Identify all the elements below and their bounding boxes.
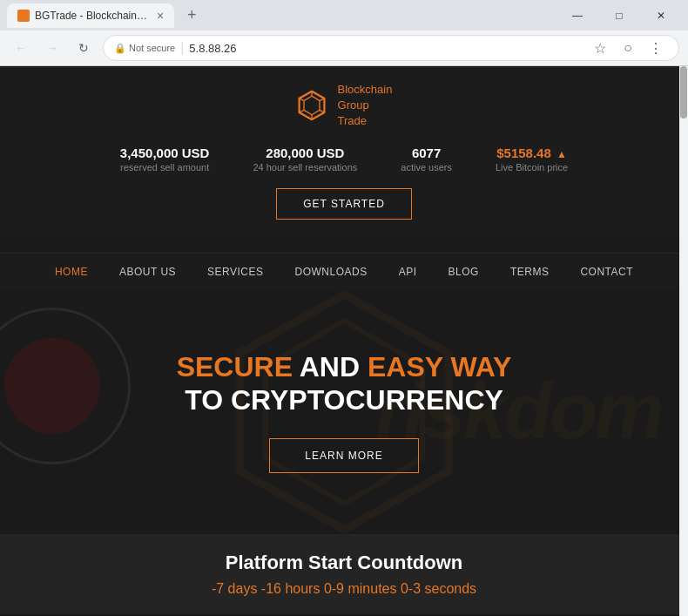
watermark-inner-circle — [4, 338, 100, 434]
back-button[interactable]: ← — [9, 36, 33, 60]
hero-and-text: AND — [300, 351, 368, 382]
stat-bitcoin-price: $5158.48 ▲ Live Bitcoin price — [496, 146, 568, 173]
window-controls: — □ ✕ — [557, 0, 681, 30]
countdown-text: -7 days -16 hours 0-9 minutes 0-3 second… — [35, 581, 653, 597]
browser-tab[interactable]: BGTrade - Blockchain Group Tra... × — [7, 3, 174, 28]
stat-value-reserved: 3,450,000 USD — [120, 146, 210, 160]
account-icon[interactable]: ○ — [616, 36, 640, 60]
stat-label-reserved: reserved sell amount — [120, 162, 210, 173]
logo-line3: Trade — [338, 114, 367, 127]
nav-item-about[interactable]: ABOUT US — [104, 254, 192, 290]
address-input[interactable]: 🔒 Not secure | 5.8.88.26 ☆ ○ ⋮ — [103, 35, 679, 61]
address-divider: | — [180, 40, 184, 56]
stat-label-users: active users — [401, 162, 452, 173]
tab-label: BGTrade - Blockchain Group Tra... — [35, 10, 148, 22]
security-indicator: 🔒 Not secure — [114, 43, 175, 54]
logo-line1: Blockchain — [338, 83, 393, 96]
hero-title: SECURE AND EASY WAY TO CRYPTOCURRENCY — [177, 350, 512, 417]
browser-chrome: BGTrade - Blockchain Group Tra... × + — … — [0, 0, 688, 66]
tab-favicon — [17, 10, 30, 22]
stat-value-users: 6077 — [401, 146, 452, 160]
browser-menu-icon[interactable]: ⋮ — [644, 36, 668, 60]
nav-item-home[interactable]: HOME — [39, 254, 104, 290]
forward-button[interactable]: → — [40, 36, 64, 60]
logo-text: Blockchain Group Trade — [338, 82, 393, 130]
lock-icon: 🔒 — [114, 43, 126, 54]
countdown-section: Platform Start Countdown -7 days -16 hou… — [0, 534, 688, 614]
site-header: Blockchain Group Trade 3,450,000 USD res… — [0, 66, 688, 237]
stat-label-bitcoin: Live Bitcoin price — [496, 162, 568, 173]
hero-secure-text: SECURE — [177, 351, 293, 382]
stat-24hr-sell: 280,000 USD 24 hour sell reservations — [253, 146, 357, 173]
close-window-button[interactable]: ✕ — [641, 0, 681, 30]
refresh-button[interactable]: ↻ — [71, 36, 96, 60]
new-tab-button[interactable]: + — [179, 3, 204, 28]
stat-value-bitcoin: $5158.48 ▲ — [496, 146, 568, 160]
minimize-button[interactable]: — — [557, 0, 597, 30]
nav-item-contact[interactable]: CONTACT — [564, 254, 649, 290]
title-bar: BGTrade - Blockchain Group Tra... × + — … — [0, 0, 688, 30]
scrollbar[interactable] — [679, 66, 688, 616]
get-started-button[interactable]: GET STARTED — [276, 188, 412, 220]
tab-close-button[interactable]: × — [157, 9, 164, 23]
nav-item-terms[interactable]: TERMS — [495, 254, 565, 290]
url-display: 5.8.88.26 — [189, 42, 236, 55]
stat-reserved-sell: 3,450,000 USD reserved sell amount — [120, 146, 210, 173]
nav-item-services[interactable]: SERVICES — [192, 254, 279, 290]
bookmark-icon[interactable]: ☆ — [588, 36, 612, 60]
hero-easy-way-text: EASY WAY — [368, 351, 511, 382]
svg-marker-1 — [304, 96, 320, 115]
address-bar: ← → ↻ 🔒 Not secure | 5.8.88.26 ☆ ○ ⋮ — [0, 30, 688, 65]
nav-item-downloads[interactable]: DOWNLOADS — [280, 254, 383, 290]
learn-more-button[interactable]: LEARN MORE — [269, 438, 418, 473]
logo-icon — [296, 90, 327, 121]
bitcoin-up-arrow: ▲ — [556, 148, 567, 160]
stat-active-users: 6077 active users — [401, 146, 452, 173]
hero-line2: TO CRYPTOCURRENCY — [185, 384, 503, 416]
site-content: Blockchain Group Trade 3,450,000 USD res… — [0, 66, 688, 616]
logo-area: Blockchain Group Trade — [35, 82, 653, 130]
nav-item-api[interactable]: API — [383, 254, 433, 290]
hero-section: riskdom SECURE AND EASY WAY TO CRYPTOCUR… — [0, 290, 688, 534]
site-nav: HOME ABOUT US SERVICES DOWNLOADS API BLO… — [0, 253, 688, 290]
address-right-icons: ☆ ○ ⋮ — [588, 36, 668, 60]
not-secure-label: Not secure — [129, 43, 175, 53]
maximize-button[interactable]: □ — [599, 0, 639, 30]
scrollbar-thumb[interactable] — [680, 66, 687, 118]
stat-value-24hr: 280,000 USD — [253, 146, 357, 160]
hero-content: SECURE AND EASY WAY TO CRYPTOCURRENCY LE… — [177, 350, 512, 474]
stat-label-24hr: 24 hour sell reservations — [253, 162, 357, 173]
nav-item-blog[interactable]: BLOG — [433, 254, 495, 290]
logo-line2: Group — [338, 98, 369, 112]
stats-row: 3,450,000 USD reserved sell amount 280,0… — [35, 146, 653, 173]
countdown-title: Platform Start Countdown — [35, 552, 653, 574]
